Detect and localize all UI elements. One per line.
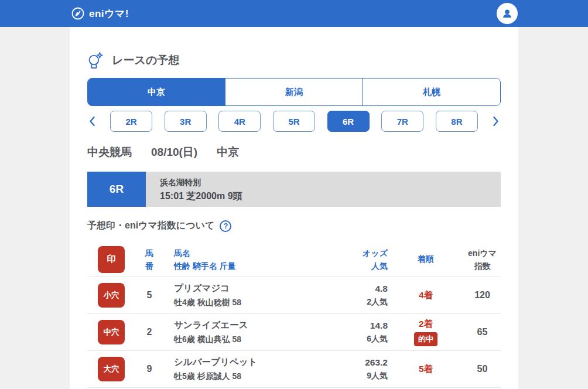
popularity: 2人気 [329, 297, 388, 308]
cell-result: 4着 [388, 289, 464, 302]
cell-mark: 大穴 [87, 357, 131, 381]
race-button[interactable]: 3R [165, 111, 207, 132]
race-details: 15:01 芝2000m 9頭 [160, 190, 501, 203]
crystal-ball-icon [87, 52, 104, 69]
cell-index: 50 [464, 364, 501, 374]
header-odds: オッズ 人気 [329, 247, 388, 272]
about-label: 予想印・eniウマ指数について [87, 220, 214, 232]
cell-horse-name: サンライズエース 牡6歳 横山典弘 58 [168, 319, 329, 345]
horse-name: シルバープリペット [174, 356, 329, 368]
mark-badge: 中穴 [98, 320, 125, 344]
horse-detail: 牡5歳 杉原誠人 58 [174, 371, 329, 382]
race-button[interactable]: 4R [218, 111, 261, 132]
about-row: 予想印・eniウマ指数について ? [87, 220, 501, 232]
chevron-right-icon [492, 116, 500, 127]
venue-tab[interactable]: 札幌 [363, 79, 500, 105]
mark-header-badge: 印 [98, 246, 125, 273]
cell-odds: 4.8 2人気 [329, 284, 388, 308]
finish-position: 2着 [419, 318, 433, 330]
race-banner: 6R 浜名湖特別 15:01 芝2000m 9頭 [87, 172, 501, 207]
venue-tab[interactable]: 中京 [88, 79, 225, 105]
mark-badge: 大穴 [98, 357, 125, 381]
section-head: レースの予想 [87, 27, 501, 69]
person-icon [501, 7, 514, 20]
venue-tab[interactable]: 新潟 [225, 79, 363, 105]
hit-badge: 的中 [414, 332, 437, 346]
race-button[interactable]: 8R [436, 111, 478, 132]
content-card: レースの予想 中京 新潟 札幌 2R 3R 4R 5R 6R [70, 27, 518, 389]
race-button[interactable]: 7R [381, 111, 423, 132]
race-buttons: 2R 3R 4R 5R 6R 7R 8R [110, 111, 478, 132]
header-horse-name: 馬名 性齢 騎手名 斤量 [168, 247, 329, 272]
race-banner-info: 浜名湖特別 15:01 芝2000m 9頭 [146, 172, 501, 207]
horse-logo-icon [71, 7, 84, 20]
horse-detail: 牡4歳 秋山稔樹 58 [174, 298, 329, 308]
finish-position: 4着 [419, 289, 433, 302]
cell-index: 120 [464, 290, 501, 301]
race-number-badge: 6R [87, 172, 146, 207]
odds-value: 263.2 [329, 357, 388, 368]
cell-odds: 14.8 6人気 [329, 320, 388, 344]
race-venue: 中京 [217, 145, 239, 160]
cell-result: 2着 的中 [388, 318, 464, 346]
header-index: eniウマ 指数 [464, 247, 501, 272]
next-races-button[interactable] [491, 115, 501, 128]
popularity: 6人気 [329, 334, 388, 344]
finish-position: 5着 [419, 363, 433, 376]
cell-horse-name: プリズマジコ 牡4歳 秋山稔樹 58 [168, 282, 329, 308]
table-row: 大穴 9 シルバープリペット 牡5歳 杉原誠人 58 263.2 9人気 5着 … [87, 351, 501, 388]
popularity: 9人気 [329, 371, 388, 381]
horse-name: プリズマジコ [174, 282, 329, 295]
race-meta: 中央競馬 08/10(日) 中京 [87, 145, 501, 160]
race-button[interactable]: 6R [327, 111, 370, 132]
race-button[interactable]: 5R [273, 111, 315, 132]
race-selector: 2R 3R 4R 5R 6R 7R 8R [87, 111, 501, 132]
table-row: 中穴 2 サンライズエース 牡6歳 横山典弘 58 14.8 6人気 2着 的中… [87, 314, 501, 351]
prediction-table: 印 馬 番 馬名 性齢 騎手名 斤量 オッズ 人気 着順 eniウマ 指数 [87, 242, 501, 388]
mark-badge: 小穴 [98, 283, 125, 308]
cell-horse-number: 5 [131, 290, 168, 301]
app-header: eniウマ! [0, 0, 588, 27]
odds-value: 4.8 [329, 284, 388, 294]
venue-tabs: 中京 新潟 札幌 [87, 78, 501, 106]
account-button[interactable] [497, 3, 518, 24]
table-row: 小穴 5 プリズマジコ 牡4歳 秋山稔樹 58 4.8 2人気 4着 120 [87, 277, 501, 314]
cell-result: 5着 [388, 363, 464, 376]
race-name: 浜名湖特別 [160, 178, 501, 188]
cell-index: 65 [464, 327, 501, 337]
header-horse-number: 馬 番 [131, 247, 168, 272]
cell-horse-number: 9 [131, 364, 168, 374]
race-button[interactable]: 2R [110, 111, 152, 132]
prev-races-button[interactable] [87, 115, 97, 128]
header-mark: 印 [87, 246, 131, 273]
cell-mark: 中穴 [87, 320, 131, 344]
app-logo-text: eniウマ! [89, 7, 129, 21]
race-date: 08/10(日) [151, 145, 197, 160]
help-icon[interactable]: ? [220, 220, 231, 232]
odds-value: 14.8 [329, 320, 388, 331]
cell-horse-name: シルバープリペット 牡5歳 杉原誠人 58 [168, 356, 329, 382]
race-organization: 中央競馬 [87, 145, 132, 160]
header-result: 着順 [388, 254, 464, 265]
chevron-left-icon [88, 116, 96, 127]
horse-name: サンライズエース [174, 319, 329, 332]
cell-mark: 小穴 [87, 283, 131, 308]
page-title: レースの予想 [112, 53, 179, 68]
cell-horse-number: 2 [131, 327, 168, 337]
app-logo[interactable]: eniウマ! [71, 7, 129, 21]
table-header-row: 印 馬 番 馬名 性齢 騎手名 斤量 オッズ 人気 着順 eniウマ 指数 [87, 242, 501, 277]
horse-detail: 牡6歳 横山典弘 58 [174, 335, 329, 345]
cell-odds: 263.2 9人気 [329, 357, 388, 381]
